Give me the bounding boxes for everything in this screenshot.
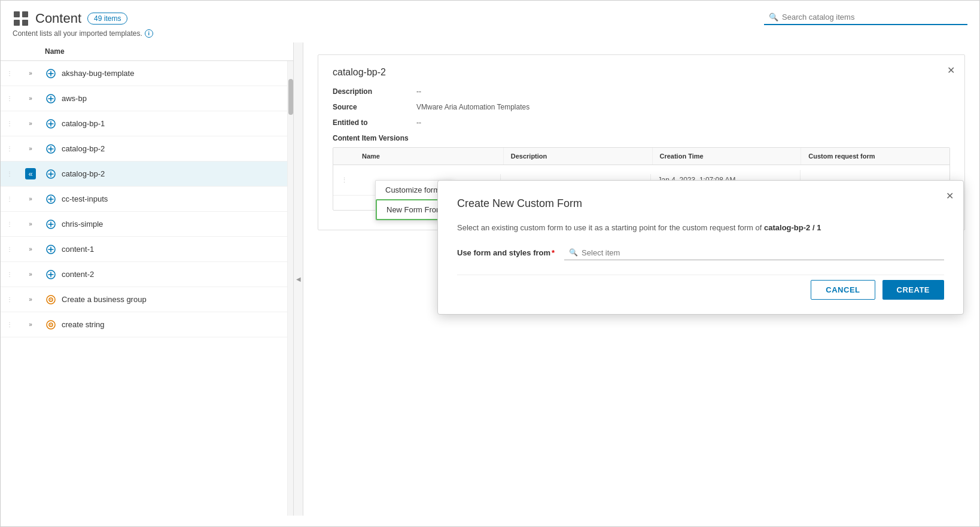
vth-custom-form: Custom request form (801, 148, 949, 165)
svg-rect-3 (22, 20, 28, 26)
table-row[interactable]: ⋮ » content-1 (1, 237, 287, 262)
item-name: cc-test-inputs (59, 194, 287, 203)
entitled-value: -- (416, 118, 421, 127)
svg-point-5 (50, 72, 52, 75)
source-label: Source (333, 103, 416, 111)
item-icon (42, 118, 59, 129)
table-row[interactable]: ⋮ » akshay-bug-template (1, 61, 287, 86)
scrollbar-thumb[interactable] (288, 79, 293, 115)
svg-point-21 (50, 273, 52, 276)
svg-point-13 (50, 173, 52, 175)
expand-btn[interactable]: » (19, 145, 42, 152)
svg-point-19 (50, 248, 52, 251)
svg-rect-0 (14, 11, 20, 17)
drag-handle: ⋮ (1, 196, 19, 202)
drag-handle: ⋮ (1, 296, 19, 303)
page-title: Content (35, 11, 81, 26)
table-row[interactable]: ⋮ » cc-test-inputs (1, 187, 287, 212)
panel-collapse-handle[interactable]: ◀ (294, 42, 303, 516)
detail-close-button[interactable]: ✕ (947, 65, 955, 76)
svg-point-24 (50, 299, 51, 300)
item-name: akshay-bug-template (59, 69, 287, 78)
table-row[interactable]: ⋮ » catalog-bp-1 (1, 111, 287, 136)
svg-point-27 (50, 324, 51, 325)
cancel-button[interactable]: CANCEL (811, 280, 875, 300)
item-icon (42, 269, 59, 280)
svg-rect-2 (14, 20, 20, 26)
item-icon (42, 93, 59, 104)
item-name: catalog-bp-2 (59, 144, 287, 153)
source-value: VMware Aria Automation Templates (416, 103, 529, 111)
item-icon (42, 169, 59, 179)
modal-close-button[interactable]: ✕ (946, 190, 954, 202)
item-name: content-1 (59, 245, 287, 254)
item-icon (42, 219, 59, 230)
required-indicator: * (552, 248, 555, 257)
vertical-scrollbar[interactable] (287, 61, 293, 516)
expand-btn[interactable]: » (19, 271, 42, 278)
item-name: aws-bp (59, 94, 287, 103)
vth-description: Description (504, 148, 653, 165)
expand-btn-active[interactable]: « (19, 168, 42, 179)
item-icon (42, 244, 59, 255)
item-name: catalog-bp-1 (59, 119, 287, 128)
select-search-icon: 🔍 (569, 248, 578, 257)
form-field-label: Use form and styles from* (457, 248, 555, 257)
table-row[interactable]: ⋮ » catalog-bp-2 (1, 136, 287, 162)
svg-point-17 (50, 223, 52, 226)
info-icon[interactable]: i (145, 29, 153, 38)
item-icon (42, 294, 59, 305)
item-name: catalog-bp-2 (59, 169, 287, 178)
expand-btn[interactable]: » (19, 221, 42, 227)
table-row[interactable]: ⋮ » chris-simple (1, 212, 287, 237)
detail-title: catalog-bp-2 (333, 67, 950, 78)
svg-point-9 (50, 123, 52, 125)
drag-handle: ⋮ (1, 145, 19, 152)
expand-btn[interactable]: » (19, 196, 42, 202)
entitled-label: Entitled to (333, 118, 416, 127)
item-icon (42, 144, 59, 154)
column-header-name: Name (42, 47, 293, 56)
subtitle-text: Content lists all your imported template… (13, 29, 142, 38)
item-name: create string (59, 320, 287, 329)
drag-handle: ⋮ (1, 120, 19, 127)
item-name: content-2 (59, 270, 287, 279)
table-row[interactable]: ⋮ » aws-bp (1, 86, 287, 111)
table-row[interactable]: ⋮ » content-2 (1, 262, 287, 287)
svg-rect-1 (22, 11, 28, 17)
item-name: Create a business group (59, 295, 287, 304)
drag-handle: ⋮ (1, 95, 19, 102)
item-name: chris-simple (59, 220, 287, 229)
vth-name: Name (355, 148, 504, 165)
drag-handle: ⋮ (1, 70, 19, 77)
items-badge: 49 items (87, 13, 127, 25)
form-select-input[interactable] (582, 248, 939, 257)
expand-btn[interactable]: » (19, 120, 42, 127)
expand-btn[interactable]: » (19, 246, 42, 252)
vth-creation-time: Creation Time (653, 148, 802, 165)
expand-btn[interactable]: » (19, 95, 42, 102)
search-input[interactable] (782, 13, 963, 22)
item-icon (42, 68, 59, 79)
expand-btn[interactable]: » (19, 70, 42, 77)
grid-icon (13, 10, 29, 27)
table-row[interactable]: ⋮ » Create a business group (1, 287, 287, 312)
drag-handle: ⋮ (1, 170, 19, 177)
create-form-modal: Create New Custom Form ✕ Select an exist… (437, 180, 964, 315)
versions-label: Content Item Versions (333, 134, 416, 142)
table-row[interactable]: ⋮ » create string (1, 312, 287, 337)
svg-point-15 (50, 198, 52, 200)
table-row[interactable]: ⋮ « catalog-bp-2 (1, 162, 287, 187)
expand-btn[interactable]: » (19, 296, 42, 303)
drag-handle: ⋮ (1, 221, 19, 227)
modal-description: Select an existing custom form to use it… (457, 222, 944, 234)
item-icon (42, 194, 59, 205)
expand-btn[interactable]: » (19, 321, 42, 328)
svg-point-11 (50, 148, 52, 150)
description-label: Description (333, 87, 416, 96)
create-button[interactable]: CREATE (882, 280, 944, 300)
description-value: -- (416, 87, 421, 96)
drag-handle: ⋮ (1, 321, 19, 328)
row-drag: ⋮ (333, 176, 351, 184)
item-icon (42, 319, 59, 330)
